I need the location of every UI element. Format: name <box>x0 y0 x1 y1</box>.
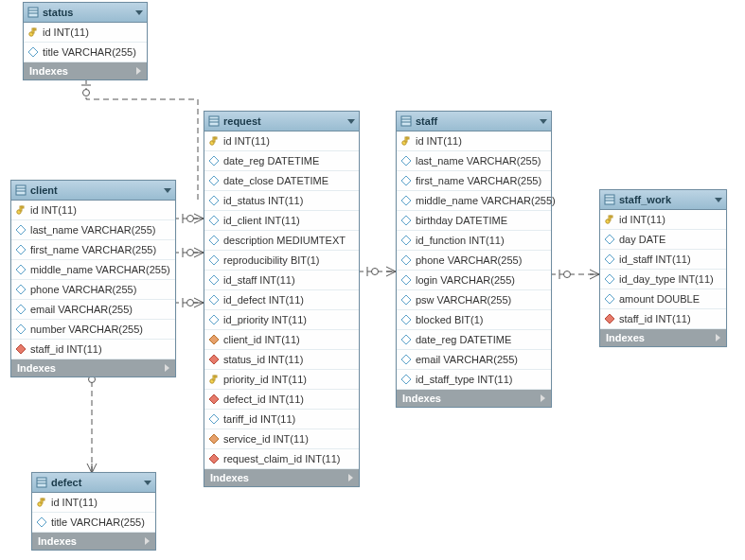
column-row[interactable]: date_close DATETIME <box>204 171 359 191</box>
svg-marker-18 <box>16 225 26 235</box>
column-row[interactable]: id_status INT(11) <box>204 191 359 211</box>
column-row[interactable]: id_staff INT(11) <box>204 271 359 290</box>
dropdown-icon[interactable] <box>715 198 722 202</box>
column-row[interactable]: description MEDIUMTEXT <box>204 231 359 251</box>
table-header[interactable]: defect <box>32 473 155 493</box>
indexes-section[interactable]: Indexes <box>204 469 359 486</box>
svg-marker-63 <box>401 176 411 185</box>
column-row[interactable]: client_id INT(11) <box>204 330 359 350</box>
table-client[interactable]: client id INT(11) last_name VARCHAR(255)… <box>10 180 176 377</box>
column-row[interactable]: email VARCHAR(255) <box>397 350 551 370</box>
column-row[interactable]: id INT(11) <box>11 201 175 220</box>
column-row[interactable]: id_function INT(11) <box>397 231 551 251</box>
table-title: request <box>223 115 344 127</box>
svg-rect-51 <box>215 376 217 377</box>
column-label: id_client INT(11) <box>223 215 300 226</box>
column-row[interactable]: service_id INT(11) <box>204 429 359 449</box>
column-row[interactable]: id INT(11) <box>24 23 147 43</box>
svg-marker-42 <box>209 236 219 245</box>
svg-rect-79 <box>611 216 612 218</box>
column-row[interactable]: first_name VARCHAR(255) <box>397 171 551 191</box>
column-row[interactable]: email VARCHAR(255) <box>11 300 175 320</box>
column-row[interactable]: amount DOUBLE <box>600 289 726 309</box>
table-title: status <box>43 7 132 18</box>
column-row[interactable]: blocked BIT(1) <box>397 310 551 330</box>
column-row[interactable]: priority_id INT(11) <box>204 370 359 390</box>
column-row[interactable]: birthday DATETIME <box>397 211 551 231</box>
column-row[interactable]: staff_id INT(11) <box>11 340 175 359</box>
column-row[interactable]: defect_id INT(11) <box>204 390 359 410</box>
column-row[interactable]: number VARCHAR(255) <box>11 320 175 340</box>
svg-rect-25 <box>37 478 46 487</box>
column-row[interactable]: id_client INT(11) <box>204 211 359 231</box>
column-row[interactable]: login VARCHAR(255) <box>397 271 551 290</box>
column-row[interactable]: id INT(11) <box>32 493 155 513</box>
table-staff-work[interactable]: staff_work id INT(11) day DATE id_staff … <box>599 189 727 347</box>
dropdown-icon[interactable] <box>135 10 143 15</box>
column-row[interactable]: id INT(11) <box>600 210 726 230</box>
dropdown-icon[interactable] <box>540 119 547 124</box>
column-row[interactable]: day DATE <box>600 230 726 250</box>
column-label: tariff_id INT(11) <box>223 413 295 425</box>
column-row[interactable]: id_defect INT(11) <box>204 290 359 310</box>
column-icon <box>208 274 220 286</box>
fk-nn-icon <box>208 433 220 445</box>
column-row[interactable]: date_reg DATETIME <box>397 330 551 350</box>
svg-marker-69 <box>401 295 411 305</box>
dropdown-icon[interactable] <box>347 119 355 124</box>
column-row[interactable]: id INT(11) <box>204 131 359 151</box>
column-label: request_claim_id INT(11) <box>223 453 341 464</box>
svg-rect-12 <box>16 185 26 195</box>
svg-marker-82 <box>605 274 614 284</box>
column-row[interactable]: tariff_id INT(11) <box>204 410 359 429</box>
column-row[interactable]: reproducibility BIT(1) <box>204 251 359 271</box>
column-row[interactable]: id_staff_type INT(11) <box>397 370 551 390</box>
svg-rect-61 <box>407 137 409 139</box>
column-row[interactable]: phone VARCHAR(255) <box>397 251 551 271</box>
table-defect[interactable]: defect id INT(11) title VARCHAR(255) Ind… <box>31 472 156 551</box>
table-header[interactable]: status <box>24 3 147 23</box>
table-status[interactable]: status id INT(11) title VARCHAR(255) Ind… <box>23 2 148 80</box>
column-row[interactable]: title VARCHAR(255) <box>24 43 147 62</box>
table-request[interactable]: request id INT(11) date_reg DATETIME dat… <box>204 111 360 487</box>
table-header[interactable]: staff <box>397 112 551 131</box>
column-row[interactable]: middle_name VARCHAR(255) <box>11 260 175 280</box>
table-icon <box>36 477 47 488</box>
column-row[interactable]: psw VARCHAR(255) <box>397 290 551 310</box>
indexes-section[interactable]: Indexes <box>11 359 175 376</box>
column-row[interactable]: id_priority INT(11) <box>204 310 359 330</box>
column-row[interactable]: title VARCHAR(255) <box>32 513 155 533</box>
table-header[interactable]: staff_work <box>600 190 726 210</box>
table-staff[interactable]: staff id INT(11) last_name VARCHAR(255) … <box>396 111 552 408</box>
column-row[interactable]: id_day_type INT(11) <box>600 270 726 289</box>
indexes-section[interactable]: Indexes <box>32 533 155 550</box>
column-label: id_function INT(11) <box>416 235 505 246</box>
column-row[interactable]: last_name VARCHAR(255) <box>11 220 175 240</box>
svg-marker-23 <box>16 324 26 334</box>
column-row[interactable]: phone VARCHAR(255) <box>11 280 175 300</box>
svg-marker-43 <box>209 255 219 265</box>
table-header[interactable]: request <box>204 112 359 131</box>
column-row[interactable]: first_name VARCHAR(255) <box>11 240 175 260</box>
column-row[interactable]: staff_id INT(11) <box>600 309 726 329</box>
indexes-section[interactable]: Indexes <box>600 329 726 346</box>
indexes-label: Indexes <box>402 393 441 404</box>
column-row[interactable]: middle_name VARCHAR(255) <box>397 191 551 211</box>
indexes-section[interactable]: Indexes <box>24 62 147 79</box>
svg-marker-39 <box>209 176 219 185</box>
column-row[interactable]: id INT(11) <box>397 131 551 151</box>
dropdown-icon[interactable] <box>144 481 151 485</box>
dropdown-icon[interactable] <box>164 188 171 193</box>
column-row[interactable]: status_id INT(11) <box>204 350 359 370</box>
indexes-label: Indexes <box>38 535 77 547</box>
svg-marker-66 <box>401 236 411 245</box>
svg-marker-54 <box>209 434 219 444</box>
column-row[interactable]: id_staff INT(11) <box>600 250 726 270</box>
column-row[interactable]: last_name VARCHAR(255) <box>397 151 551 171</box>
column-row[interactable]: date_reg DATETIME <box>204 151 359 171</box>
table-header[interactable]: client <box>11 181 175 201</box>
column-row[interactable]: request_claim_id INT(11) <box>204 449 359 469</box>
table-icon <box>15 184 27 196</box>
indexes-section[interactable]: Indexes <box>397 390 551 407</box>
indexes-label: Indexes <box>210 472 249 483</box>
